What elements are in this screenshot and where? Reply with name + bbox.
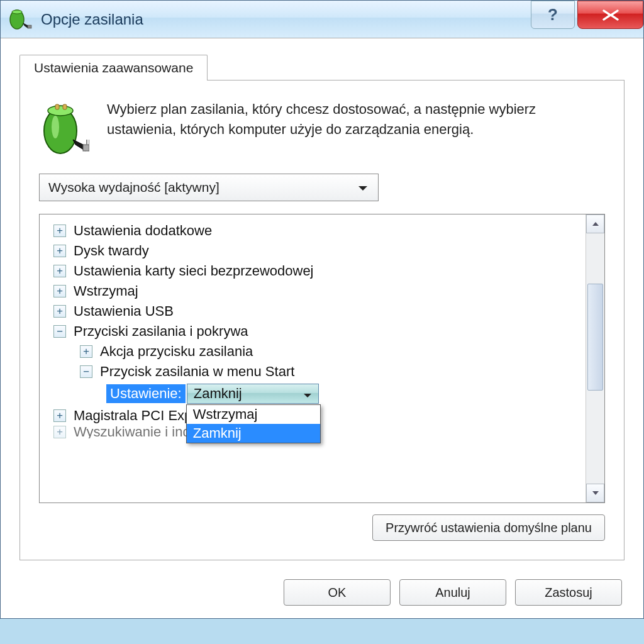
tree-item-label: Ustawienia USB (74, 303, 174, 319)
tree-item[interactable]: + Ustawienia USB (45, 301, 580, 321)
tree-item[interactable]: + Ustawienia karty sieci bezprzewodowej (45, 261, 580, 281)
cancel-button[interactable]: Anuluj (399, 579, 506, 606)
tree-item[interactable]: + Dysk twardy (45, 241, 580, 261)
help-button[interactable]: ? (531, 1, 575, 29)
tab-panel: Wybierz plan zasilania, który chcesz dos… (19, 80, 625, 560)
dialog-footer: OK Anuluj Zastosuj (19, 579, 625, 606)
window-title: Opcje zasilania (41, 11, 143, 28)
tree-item-label: Magistrala PCI Expr (74, 408, 197, 424)
tree-item[interactable]: − Przycisk zasilania w menu Start (45, 362, 580, 382)
tab-advanced-settings[interactable]: Ustawienia zaawansowane (19, 55, 208, 80)
intro-text: Wybierz plan zasilania, który chcesz dos… (107, 99, 605, 156)
settings-tree[interactable]: + Ustawienia dodatkowe + Dysk twardy + U… (40, 214, 586, 502)
setting-value: Zamknij (194, 386, 242, 402)
svg-rect-8 (63, 104, 67, 109)
expand-icon[interactable]: + (53, 426, 66, 438)
scrollbar-vertical[interactable] (586, 214, 604, 502)
tabstrip: Ustawienia zaawansowane (19, 55, 625, 80)
svg-rect-2 (28, 25, 31, 28)
expand-icon[interactable]: + (53, 265, 66, 277)
svg-point-6 (48, 106, 73, 116)
restore-defaults-button[interactable]: Przywróć ustawienia domyślne planu (372, 514, 605, 541)
scroll-down-button[interactable] (586, 484, 604, 502)
tree-item[interactable]: + Ustawienia dodatkowe (45, 221, 580, 241)
tree-item-label: Dysk twardy (74, 243, 149, 259)
tree-item-label: Ustawienia dodatkowe (74, 223, 212, 239)
ok-button[interactable]: OK (284, 579, 391, 606)
settings-tree-container: + Ustawienia dodatkowe + Dysk twardy + U… (39, 214, 605, 503)
setting-dropdown-list: Wstrzymaj Zamknij (186, 404, 321, 443)
dropdown-option[interactable]: Wstrzymaj (187, 405, 320, 424)
tree-setting-row: Ustawienie: Zamknij Wstrzymaj Zamknij (45, 382, 580, 406)
apply-button[interactable]: Zastosuj (515, 579, 622, 606)
collapse-icon[interactable]: − (80, 365, 92, 378)
tree-item-label: Przycisk zasilania w menu Start (100, 364, 294, 380)
expand-icon[interactable]: + (80, 345, 92, 358)
battery-icon (39, 99, 89, 156)
chevron-down-icon (358, 180, 368, 195)
tree-item[interactable]: + Akcja przycisku zasilania (45, 341, 580, 362)
svg-point-1 (12, 10, 22, 14)
power-options-window: Opcje zasilania ? Ustawienia zaawansowan… (0, 0, 644, 619)
svg-rect-7 (55, 104, 59, 109)
svg-rect-10 (83, 145, 89, 151)
setting-combobox[interactable]: Zamknij Wstrzymaj Zamknij (187, 384, 319, 404)
setting-label: Ustawienie: (106, 384, 186, 403)
titlebar: Opcje zasilania ? (1, 1, 643, 38)
expand-icon[interactable]: + (53, 409, 66, 422)
tree-item-label: Wyszukiwanie i inde (74, 426, 198, 438)
tree-item[interactable]: − Przyciski zasilania i pokrywa (45, 321, 580, 341)
chevron-down-icon (303, 386, 312, 402)
title-buttons: ? (531, 1, 643, 29)
intro-section: Wybierz plan zasilania, który chcesz dos… (39, 99, 605, 156)
power-options-icon (7, 7, 32, 32)
scroll-thumb[interactable] (587, 284, 603, 391)
tree-item-label: Ustawienia karty sieci bezprzewodowej (74, 263, 314, 279)
tree-item-label: Akcja przycisku zasilania (100, 343, 253, 360)
scroll-track[interactable] (586, 233, 604, 484)
expand-icon[interactable]: + (53, 245, 66, 257)
restore-row: Przywróć ustawienia domyślne planu (39, 514, 605, 541)
close-button[interactable] (577, 1, 643, 29)
power-plan-value: Wysoka wydajność [aktywny] (48, 180, 219, 195)
expand-icon[interactable]: + (53, 285, 66, 297)
scroll-up-button[interactable] (586, 214, 604, 233)
tree-item[interactable]: + Wstrzymaj (45, 281, 580, 301)
dropdown-option-selected[interactable]: Zamknij (187, 424, 320, 443)
svg-point-9 (52, 116, 59, 138)
expand-icon[interactable]: + (53, 225, 66, 237)
tree-item-label: Wstrzymaj (74, 283, 138, 299)
content-area: Ustawienia zaawansowane (1, 38, 643, 618)
tree-item-label: Przyciski zasilania i pokrywa (74, 323, 248, 340)
collapse-icon[interactable]: − (53, 325, 66, 338)
power-plan-select[interactable]: Wysoka wydajność [aktywny] (39, 174, 379, 201)
expand-icon[interactable]: + (53, 305, 66, 318)
